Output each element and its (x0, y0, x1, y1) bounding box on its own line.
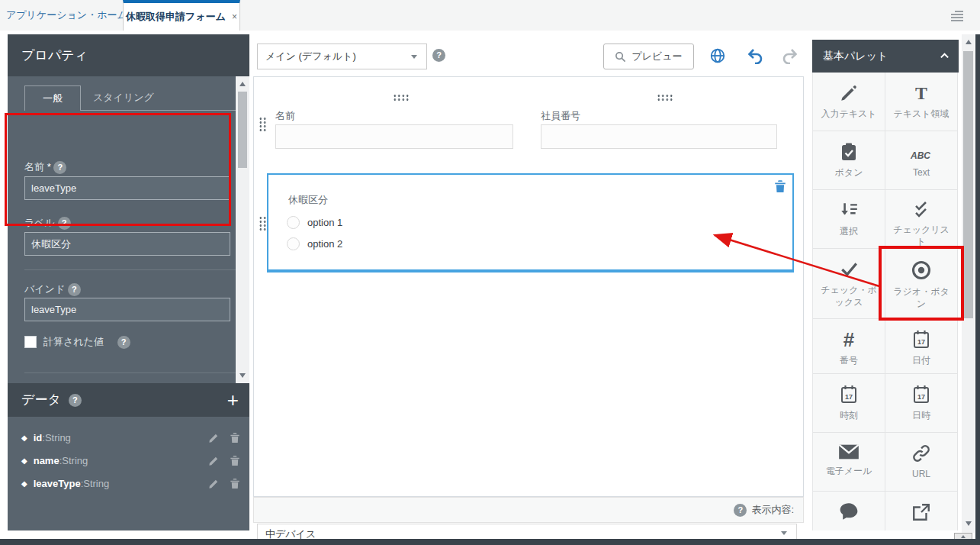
field-label-employee-number: 社員番号 (541, 109, 580, 123)
diamond-icon: ◆ (21, 456, 27, 465)
date-icon: 17 (911, 330, 931, 350)
svg-text:17: 17 (917, 338, 925, 346)
tab-styling[interactable]: スタイリング (93, 85, 154, 110)
diamond-icon: ◆ (21, 434, 27, 442)
palette-item-datetime[interactable]: 17 日時 (885, 374, 958, 433)
scrollbar-thumb[interactable] (238, 92, 247, 168)
palette-item-number[interactable]: # 番号 (813, 319, 885, 374)
edit-icon[interactable] (208, 455, 220, 466)
svg-text:17: 17 (845, 393, 853, 401)
delete-icon[interactable] (230, 478, 240, 489)
redo-icon[interactable] (781, 47, 799, 67)
data-panel: データ ? + ◆ id : String ◆ name : String (8, 383, 249, 530)
number-icon: # (839, 330, 859, 350)
radio-circle-icon[interactable] (287, 216, 300, 229)
properties-title: プロパティ (8, 34, 249, 76)
email-icon (838, 443, 860, 460)
svg-text:T: T (915, 83, 927, 103)
palette-item-input-text[interactable]: 入力テキスト (813, 73, 885, 131)
pencil-icon (839, 83, 859, 103)
tab-label: 休暇取得申請フォーム (126, 10, 226, 24)
name-text-input[interactable] (275, 124, 513, 149)
select-icon (839, 201, 859, 221)
field-label-name: 名前 (275, 109, 295, 123)
palette-item-checkbox[interactable]: チェック・ボックス (813, 249, 885, 319)
tab-leave-request-form[interactable]: 休暇取得申請フォーム × (123, 0, 240, 31)
scroll-down-icon[interactable] (236, 369, 249, 382)
magnifier-icon (615, 51, 626, 63)
employee-number-text-input[interactable] (541, 124, 777, 149)
palette-title: 基本パレット (823, 50, 888, 62)
selected-radio-group[interactable]: 休暇区分 option 1 option 2 (267, 173, 794, 272)
canvas-footer: ? 表示内容: (253, 497, 804, 523)
edit-icon[interactable] (208, 432, 220, 443)
row-drag-handle[interactable] (259, 216, 267, 232)
menu-icon[interactable] (951, 11, 963, 23)
form-designer-app: アプリケーション・ホーム 休暇取得申請フォーム × プロパティ 一般 スタイリン… (0, 0, 980, 545)
palette-item-button[interactable]: ボタン (813, 131, 885, 190)
tab-general[interactable]: 一般 (24, 85, 81, 111)
url-icon (911, 443, 931, 463)
palette-item-time[interactable]: 17 時刻 (813, 374, 885, 433)
radio-group-label: 休暇区分 (288, 193, 328, 207)
text-icon: ABC (908, 142, 934, 162)
highlight-rectangle-radio-button (879, 246, 964, 321)
display-content-label: 表示内容: (751, 503, 794, 517)
help-icon[interactable]: ? (734, 504, 747, 517)
calculated-value-checkbox[interactable] (24, 336, 37, 348)
chevron-down-icon (411, 55, 417, 59)
data-row-id[interactable]: ◆ id : String (8, 426, 249, 449)
help-icon[interactable]: ? (117, 336, 130, 349)
row-drag-handle[interactable] (259, 117, 267, 133)
properties-scrollbar[interactable] (236, 76, 249, 383)
palette-item-text[interactable]: ABC Text (885, 131, 958, 190)
palette-item-comment[interactable] (813, 492, 885, 530)
scroll-down-icon[interactable] (962, 518, 975, 530)
radio-option-2[interactable]: option 2 (287, 237, 342, 250)
delete-icon[interactable] (230, 455, 240, 466)
preview-button[interactable]: プレビュー (603, 44, 694, 69)
palette-item-email[interactable]: 電子メール (813, 433, 885, 492)
globe-icon[interactable] (709, 47, 726, 67)
radio-option-1[interactable]: option 1 (287, 216, 342, 229)
palette-item-checklist[interactable]: チェックリスト (885, 190, 958, 249)
svg-text:ABC: ABC (910, 150, 930, 161)
collapse-chevron-icon[interactable] (940, 51, 949, 61)
external-link-icon (911, 502, 931, 522)
text-area-icon: T (911, 83, 931, 103)
help-icon[interactable]: ? (68, 283, 81, 296)
label-field-input[interactable] (24, 232, 230, 256)
checkbox-icon (839, 260, 859, 279)
view-select-dropdown[interactable]: メイン (デフォルト) (257, 44, 427, 69)
undo-icon[interactable] (746, 47, 764, 67)
palette-item-url[interactable]: URL (885, 433, 958, 492)
radio-circle-icon[interactable] (287, 237, 300, 250)
edit-icon[interactable] (208, 478, 220, 489)
time-icon: 17 (839, 385, 859, 405)
diamond-icon: ◆ (21, 479, 27, 488)
svg-text:17: 17 (917, 393, 925, 401)
palette-item-external-link[interactable] (885, 492, 958, 530)
tab-application-home[interactable]: アプリケーション・ホーム (6, 0, 127, 31)
delete-icon[interactable] (230, 432, 240, 443)
palette-item-date[interactable]: 17 日付 (885, 319, 958, 374)
scroll-up-icon[interactable] (962, 36, 975, 48)
data-row-name[interactable]: ◆ name : String (8, 449, 249, 472)
palette-item-text-area[interactable]: T テキスト領域 (885, 73, 958, 131)
delete-icon[interactable] (774, 179, 786, 193)
column-drag-handle[interactable] (657, 94, 673, 102)
scroll-up-icon[interactable] (236, 78, 249, 90)
help-icon[interactable]: ? (432, 49, 445, 62)
add-variable-button[interactable]: + (227, 385, 239, 415)
checklist-icon (911, 201, 931, 219)
button-icon (840, 142, 858, 162)
column-drag-handle[interactable] (393, 94, 410, 102)
chevron-down-icon (781, 531, 787, 535)
close-tab-icon[interactable]: × (232, 11, 237, 22)
bind-field-input[interactable] (24, 298, 230, 321)
help-icon[interactable]: ? (69, 394, 82, 407)
palette-item-select[interactable]: 選択 (813, 190, 885, 249)
scrollbar-thumb[interactable] (963, 51, 973, 318)
data-row-leavetype[interactable]: ◆ leaveType : String (8, 472, 249, 495)
data-panel-header: データ ? + (8, 383, 249, 417)
